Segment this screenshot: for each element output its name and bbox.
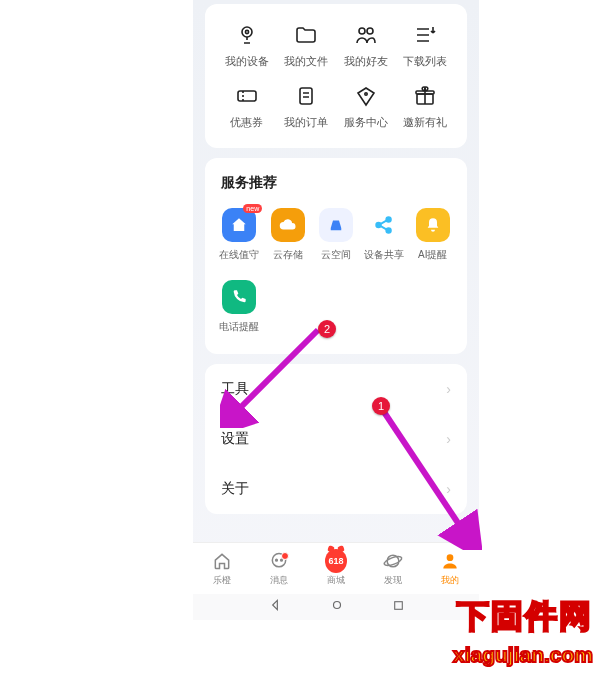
menu-label: 关于	[221, 480, 249, 498]
svg-point-14	[280, 559, 282, 561]
grid-service-center[interactable]: 服务中心	[336, 79, 396, 140]
svc-label: 在线值守	[219, 248, 259, 262]
ticket-icon	[234, 83, 260, 109]
new-badge: new	[243, 204, 262, 213]
planet-icon	[382, 550, 404, 572]
tab-home[interactable]: 乐橙	[193, 550, 250, 587]
annotation-badge-2: 2	[318, 320, 336, 338]
tab-label: 消息	[270, 574, 288, 587]
tab-messages[interactable]: 消息	[250, 550, 307, 587]
share-icon	[367, 208, 401, 242]
grid-label: 下载列表	[403, 54, 447, 69]
tab-label: 发现	[384, 574, 402, 587]
svg-line-21	[384, 412, 464, 532]
svc-cloud-space[interactable]: 云空间	[312, 202, 360, 274]
svc-cloud-storage[interactable]: 云存储	[263, 202, 311, 274]
svc-ai-remind[interactable]: AI提醒	[409, 202, 457, 274]
tab-mine[interactable]: 我的	[422, 550, 479, 587]
tab-label: 乐橙	[213, 574, 231, 587]
home-icon: new	[222, 208, 256, 242]
grid-label: 我的文件	[284, 54, 328, 69]
grid-label: 服务中心	[344, 115, 388, 130]
chevron-right-icon: ›	[446, 381, 451, 397]
folder-icon	[293, 22, 319, 48]
grid-label: 我的设备	[225, 54, 269, 69]
grid-invite-gift[interactable]: 邀新有礼	[396, 79, 456, 140]
grid-row-2: 优惠券 我的订单 服务中心 邀新有礼	[211, 79, 461, 140]
annotation-badge-1: 1	[372, 397, 390, 415]
tab-discover[interactable]: 发现	[365, 550, 422, 587]
grid-coupons[interactable]: 优惠券	[217, 79, 277, 140]
tab-mall[interactable]: 618 商城	[307, 550, 364, 587]
gift-icon	[412, 83, 438, 109]
svg-line-20	[234, 330, 318, 414]
svc-label: 设备共享	[364, 248, 404, 262]
svg-point-16	[383, 555, 403, 568]
menu-label: 设置	[221, 430, 249, 448]
svc-label: 云空间	[321, 248, 351, 262]
quick-grid-card: 我的设备 我的文件 我的好友 下载列表	[205, 4, 467, 148]
mall-618-icon: 618	[325, 550, 347, 572]
grid-label: 优惠券	[230, 115, 263, 130]
tab-label: 我的	[441, 574, 459, 587]
drive-icon	[319, 208, 353, 242]
back-key[interactable]	[268, 598, 282, 616]
svc-online-guard[interactable]: new 在线值守	[215, 202, 263, 274]
friends-icon	[353, 22, 379, 48]
recent-key[interactable]	[392, 598, 405, 616]
cloud-icon	[271, 208, 305, 242]
grid-my-files[interactable]: 我的文件	[277, 18, 337, 79]
svg-point-1	[245, 30, 248, 33]
tab-label: 商城	[327, 574, 345, 587]
grid-my-devices[interactable]: 我的设备	[217, 18, 277, 79]
annotation-arrow-1	[372, 400, 482, 550]
svc-label: AI提醒	[418, 248, 447, 262]
svg-point-17	[447, 554, 454, 561]
svg-point-2	[359, 28, 365, 34]
svg-point-6	[365, 93, 367, 95]
watermark-url: xiagujian.com	[453, 643, 593, 667]
annotation-arrow-2	[220, 318, 330, 428]
svg-rect-19	[394, 602, 402, 610]
service-icon	[353, 83, 379, 109]
grid-label: 我的好友	[344, 54, 388, 69]
svg-point-3	[367, 28, 373, 34]
download-list-icon	[412, 22, 438, 48]
order-icon	[293, 83, 319, 109]
svg-rect-4	[238, 91, 256, 101]
home-key[interactable]	[330, 598, 344, 616]
grid-download-list[interactable]: 下载列表	[396, 18, 456, 79]
grid-my-friends[interactable]: 我的好友	[336, 18, 396, 79]
grid-row-1: 我的设备 我的文件 我的好友 下载列表	[211, 18, 461, 79]
grid-label: 邀新有礼	[403, 115, 447, 130]
svc-label: 云存储	[273, 248, 303, 262]
android-nav-bar	[193, 594, 479, 620]
svg-point-0	[242, 27, 252, 37]
grid-my-orders[interactable]: 我的订单	[277, 79, 337, 140]
camera-icon	[234, 22, 260, 48]
home-icon	[211, 550, 233, 572]
svg-point-18	[333, 602, 340, 609]
services-title: 服务推荐	[211, 172, 461, 202]
watermark-text: 下固件网	[457, 595, 593, 639]
svc-device-share[interactable]: 设备共享	[360, 202, 408, 274]
phone-icon	[222, 280, 256, 314]
bell-icon	[416, 208, 450, 242]
svg-point-13	[275, 559, 277, 561]
grid-label: 我的订单	[284, 115, 328, 130]
person-icon	[439, 550, 461, 572]
svg-rect-5	[300, 88, 312, 104]
